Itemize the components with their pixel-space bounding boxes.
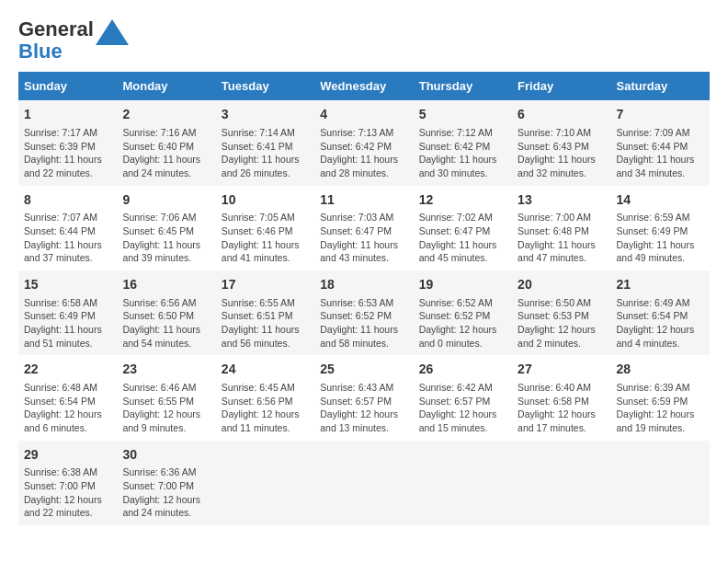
calendar-cell: 15Sunrise: 6:58 AM Sunset: 6:49 PM Dayli… (18, 270, 117, 355)
header: General Blue (18, 18, 710, 63)
calendar-cell: 24Sunrise: 6:45 AM Sunset: 6:56 PM Dayli… (216, 355, 314, 440)
day-info: Sunrise: 6:48 AM Sunset: 6:54 PM Dayligh… (24, 381, 111, 435)
calendar-cell (512, 441, 610, 525)
day-number: 14 (617, 191, 704, 210)
day-info: Sunrise: 7:12 AM Sunset: 6:42 PM Dayligh… (419, 126, 506, 180)
calendar-cell: 18Sunrise: 6:53 AM Sunset: 6:52 PM Dayli… (314, 270, 413, 355)
calendar-cell: 19Sunrise: 6:52 AM Sunset: 6:52 PM Dayli… (414, 270, 512, 355)
day-number: 25 (320, 361, 407, 379)
weekday-header-monday: Monday (117, 72, 215, 100)
calendar-cell: 29Sunrise: 6:38 AM Sunset: 7:00 PM Dayli… (18, 441, 117, 525)
day-info: Sunrise: 6:45 AM Sunset: 6:56 PM Dayligh… (222, 381, 309, 435)
weekday-header-saturday: Saturday (611, 72, 710, 100)
day-number: 30 (122, 446, 210, 465)
day-info: Sunrise: 6:53 AM Sunset: 6:52 PM Dayligh… (320, 296, 407, 350)
calendar-cell: 23Sunrise: 6:46 AM Sunset: 6:55 PM Dayli… (117, 355, 215, 440)
day-number: 15 (24, 276, 111, 294)
calendar-week-row: 22Sunrise: 6:48 AM Sunset: 6:54 PM Dayli… (18, 355, 710, 440)
logo-text: General Blue (18, 18, 94, 63)
calendar-cell: 7Sunrise: 7:09 AM Sunset: 6:44 PM Daylig… (611, 100, 710, 185)
day-number: 16 (122, 276, 210, 294)
day-number: 26 (419, 361, 506, 379)
calendar-cell (216, 441, 314, 525)
day-info: Sunrise: 6:39 AM Sunset: 6:59 PM Dayligh… (617, 381, 704, 435)
day-info: Sunrise: 6:50 AM Sunset: 6:53 PM Dayligh… (518, 296, 605, 350)
day-number: 27 (518, 361, 605, 379)
day-number: 2 (122, 106, 210, 124)
calendar-cell: 26Sunrise: 6:42 AM Sunset: 6:57 PM Dayli… (414, 355, 512, 440)
weekday-header-tuesday: Tuesday (216, 72, 314, 100)
day-number: 17 (222, 276, 309, 294)
day-info: Sunrise: 7:02 AM Sunset: 6:47 PM Dayligh… (419, 211, 506, 265)
calendar-cell: 4Sunrise: 7:13 AM Sunset: 6:42 PM Daylig… (314, 100, 413, 185)
day-info: Sunrise: 6:42 AM Sunset: 6:57 PM Dayligh… (419, 381, 506, 435)
day-info: Sunrise: 7:07 AM Sunset: 6:44 PM Dayligh… (24, 211, 111, 265)
calendar-cell: 5Sunrise: 7:12 AM Sunset: 6:42 PM Daylig… (414, 100, 512, 185)
day-info: Sunrise: 7:10 AM Sunset: 6:43 PM Dayligh… (518, 126, 605, 180)
day-info: Sunrise: 6:38 AM Sunset: 7:00 PM Dayligh… (24, 465, 111, 520)
day-info: Sunrise: 6:43 AM Sunset: 6:57 PM Dayligh… (320, 381, 407, 435)
day-info: Sunrise: 6:55 AM Sunset: 6:51 PM Dayligh… (222, 296, 309, 350)
day-number: 10 (222, 191, 309, 210)
day-info: Sunrise: 6:36 AM Sunset: 7:00 PM Dayligh… (122, 465, 210, 520)
weekday-header-friday: Friday (512, 72, 610, 100)
day-info: Sunrise: 6:56 AM Sunset: 6:50 PM Dayligh… (122, 296, 210, 350)
logo-icon (96, 19, 129, 45)
day-number: 3 (222, 106, 309, 124)
day-number: 4 (320, 106, 407, 124)
day-info: Sunrise: 7:16 AM Sunset: 6:40 PM Dayligh… (122, 126, 210, 180)
calendar-cell: 25Sunrise: 6:43 AM Sunset: 6:57 PM Dayli… (314, 355, 413, 440)
day-number: 11 (320, 191, 407, 210)
day-number: 18 (320, 276, 407, 294)
calendar-cell (611, 441, 710, 525)
day-number: 19 (419, 276, 506, 294)
calendar-cell: 14Sunrise: 6:59 AM Sunset: 6:49 PM Dayli… (611, 186, 710, 270)
day-info: Sunrise: 7:17 AM Sunset: 6:39 PM Dayligh… (24, 126, 111, 180)
logo: General Blue (18, 18, 129, 63)
calendar-cell: 12Sunrise: 7:02 AM Sunset: 6:47 PM Dayli… (414, 186, 512, 270)
day-number: 12 (419, 191, 506, 210)
day-number: 23 (122, 361, 210, 379)
calendar-cell (414, 441, 512, 525)
calendar-cell (314, 441, 413, 525)
calendar-week-row: 15Sunrise: 6:58 AM Sunset: 6:49 PM Dayli… (18, 270, 710, 355)
day-number: 9 (122, 191, 210, 210)
day-number: 13 (518, 191, 605, 210)
day-info: Sunrise: 7:05 AM Sunset: 6:46 PM Dayligh… (222, 211, 309, 265)
day-number: 24 (222, 361, 309, 379)
calendar-cell: 8Sunrise: 7:07 AM Sunset: 6:44 PM Daylig… (18, 186, 117, 270)
day-number: 20 (518, 276, 605, 294)
day-info: Sunrise: 6:46 AM Sunset: 6:55 PM Dayligh… (122, 381, 210, 435)
day-info: Sunrise: 7:09 AM Sunset: 6:44 PM Dayligh… (617, 126, 704, 180)
calendar-cell: 16Sunrise: 6:56 AM Sunset: 6:50 PM Dayli… (117, 270, 215, 355)
calendar-cell: 13Sunrise: 7:00 AM Sunset: 6:48 PM Dayli… (512, 186, 610, 270)
day-number: 5 (419, 106, 506, 124)
day-info: Sunrise: 6:58 AM Sunset: 6:49 PM Dayligh… (24, 296, 111, 350)
calendar-cell: 6Sunrise: 7:10 AM Sunset: 6:43 PM Daylig… (512, 100, 610, 185)
day-number: 1 (24, 106, 111, 124)
day-number: 28 (617, 361, 704, 379)
calendar-cell: 3Sunrise: 7:14 AM Sunset: 6:41 PM Daylig… (216, 100, 314, 185)
day-info: Sunrise: 6:52 AM Sunset: 6:52 PM Dayligh… (419, 296, 506, 350)
calendar-header-row: SundayMondayTuesdayWednesdayThursdayFrid… (18, 72, 710, 100)
day-info: Sunrise: 7:00 AM Sunset: 6:48 PM Dayligh… (518, 211, 605, 265)
calendar-cell: 2Sunrise: 7:16 AM Sunset: 6:40 PM Daylig… (117, 100, 215, 185)
calendar-cell: 10Sunrise: 7:05 AM Sunset: 6:46 PM Dayli… (216, 186, 314, 270)
day-info: Sunrise: 6:40 AM Sunset: 6:58 PM Dayligh… (518, 381, 605, 435)
day-info: Sunrise: 7:06 AM Sunset: 6:45 PM Dayligh… (122, 211, 210, 265)
weekday-header-sunday: Sunday (18, 72, 117, 100)
calendar-cell: 30Sunrise: 6:36 AM Sunset: 7:00 PM Dayli… (117, 441, 215, 525)
calendar-week-row: 8Sunrise: 7:07 AM Sunset: 6:44 PM Daylig… (18, 186, 710, 270)
day-number: 7 (617, 106, 704, 124)
svg-marker-0 (96, 19, 129, 45)
calendar-cell: 28Sunrise: 6:39 AM Sunset: 6:59 PM Dayli… (611, 355, 710, 440)
day-number: 22 (24, 361, 111, 379)
day-number: 8 (24, 191, 111, 210)
weekday-header-wednesday: Wednesday (314, 72, 413, 100)
calendar-cell: 22Sunrise: 6:48 AM Sunset: 6:54 PM Dayli… (18, 355, 117, 440)
calendar-cell: 1Sunrise: 7:17 AM Sunset: 6:39 PM Daylig… (18, 100, 117, 185)
calendar-cell: 9Sunrise: 7:06 AM Sunset: 6:45 PM Daylig… (117, 186, 215, 270)
day-info: Sunrise: 6:49 AM Sunset: 6:54 PM Dayligh… (617, 296, 704, 350)
day-number: 29 (24, 446, 111, 465)
day-info: Sunrise: 6:59 AM Sunset: 6:49 PM Dayligh… (617, 211, 704, 265)
